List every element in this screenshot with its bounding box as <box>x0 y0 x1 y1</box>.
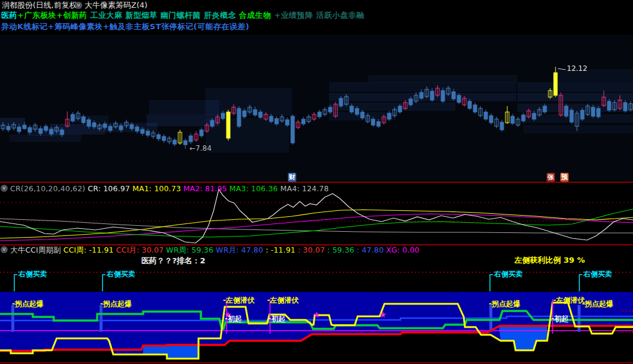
candle <box>291 114 294 145</box>
chip-block <box>10 135 81 142</box>
ambush-label: -左侧潜伏 <box>553 297 585 305</box>
chip-block <box>206 88 292 116</box>
trading-app-window: ★★★ 润都股份(日线,前复权) v 大牛像素筹码Z(4) 医药+广东板块+创新… <box>0 0 633 364</box>
right-trade-marker <box>490 275 493 291</box>
chip-block <box>523 114 633 123</box>
right-trade-label: 右侧买卖 <box>18 270 47 279</box>
event-badge-limit-up[interactable]: 张 <box>547 173 555 182</box>
pivot-label: -拐点起爆 <box>12 300 44 309</box>
right-trade-marker <box>14 275 17 291</box>
chip-block <box>368 75 517 83</box>
ambush-label: -左侧潜伏 <box>267 297 299 305</box>
cci-header-segment: XG: 0.00 <box>386 245 420 254</box>
cr-header-segment: MA2: 81.95 <box>184 184 227 193</box>
low-price-label: ←7.84 <box>190 145 212 153</box>
concept-tag: 合成生物 <box>236 11 271 20</box>
chip-block <box>517 104 633 112</box>
pivot-label: -拐点起爆 <box>582 300 613 309</box>
cr-header-segment: MA1: 100.73 <box>132 184 181 193</box>
pivot-signal-bar <box>11 305 14 332</box>
cr-header-segment: MA4: 124.78 <box>280 184 328 193</box>
candle <box>237 106 241 128</box>
pivot-signal-bar <box>578 305 581 332</box>
event-badge-finance[interactable]: 财 <box>288 173 296 182</box>
right-trade-label: 右侧买卖 <box>494 270 523 279</box>
concept-tag: 工业大麻 新型烟草 幽门螺杆菌 肝炎概念 <box>87 11 236 20</box>
cci-header-segment: : 59.36 <box>327 245 354 254</box>
collapse-cr-icon[interactable]: v <box>1 185 8 192</box>
right-trade-marker <box>579 275 582 291</box>
concept-tag: +业绩预降 活跃小盘非融 <box>271 11 364 20</box>
stock-title: 润都股份(日线,前复权) <box>2 1 80 10</box>
right-trade-marker <box>103 275 106 291</box>
concept-tags-line2: 异动K线标记+筹码峰像素块+触及非主板ST张停标记(可能存在误差) <box>1 23 249 32</box>
cr-ma1-line <box>0 210 633 238</box>
indicator-title: 大牛像素筹码Z(4) <box>85 1 147 10</box>
candle <box>564 104 568 118</box>
collapse-main-icon[interactable]: v <box>75 2 82 9</box>
pivot-signal-bar <box>100 305 103 332</box>
cci-header-segment: CCI周: -11.91 <box>63 245 114 254</box>
cci-header-segment: 大牛CCI周期副 <box>10 245 61 254</box>
cci-header-segment: WR月: 47.80 <box>216 245 263 254</box>
right-trade-label: 右侧买卖 <box>584 270 612 279</box>
cci-indicator-header: 大牛CCI周期副CCI周: -11.91CCI月: 30.07WR周: 59.3… <box>10 246 422 254</box>
chart-graphics: ★★★ <box>0 0 633 364</box>
event-badge-forecast[interactable]: 预 <box>560 173 569 182</box>
cci-bright-blue-fill <box>499 326 547 350</box>
cci-header-segment: : 47.80 <box>356 245 383 254</box>
pivot-label: -拐点起爆 <box>100 300 132 309</box>
cr-indicator-header: CR(26,10,20,40,62)CR: 106.97MA1: 100.73M… <box>10 185 331 193</box>
collapse-cci-icon[interactable]: v <box>1 246 8 253</box>
early-start-label: -初起 <box>268 315 286 323</box>
candle <box>226 110 230 141</box>
cci-header-segment: WR周: 59.36 <box>166 245 214 254</box>
chip-block <box>517 82 633 92</box>
ambush-label: -左侧潜伏 <box>223 297 255 305</box>
concept-tags-line1: 医药+广东板块+创新药 工业大麻 新型烟草 幽门螺杆菌 肝炎概念 合成生物 +业… <box>1 11 364 20</box>
left-profit-ratio-label: 左侧获利比例 39 % <box>514 256 585 265</box>
concept-tag: 医药 <box>1 11 17 20</box>
cr-header-segment: CR(26,10,20,40,62) <box>10 184 85 193</box>
pivot-label: -拐点起爆 <box>489 300 520 309</box>
chip-block <box>329 82 516 92</box>
sector-rank-label: 医药？？?排名：2 <box>141 257 206 266</box>
cci-bright-blue-fill <box>143 345 198 359</box>
chip-block <box>517 93 633 101</box>
cr-ma2-line <box>0 214 633 241</box>
star-signal-icon: ★ <box>379 310 387 319</box>
right-trade-label: 右侧买卖 <box>107 270 135 279</box>
early-start-label: -初起 <box>225 315 242 323</box>
cr-header-segment: MA3: 106.36 <box>229 184 278 193</box>
candle <box>570 108 573 124</box>
high-price-label: 12.12 <box>567 65 587 73</box>
cci-header-segment: CCI月: 30.07 <box>116 245 164 254</box>
cci-header-segment: : -11.91 <box>266 245 296 254</box>
cr-header-segment: CR: 106.97 <box>88 184 130 193</box>
star-signal-icon: ★ <box>313 310 321 319</box>
cci-header-segment: : 30.07 <box>298 245 325 254</box>
early-start-label: -初起 <box>551 315 569 323</box>
concept-tag: +广东板块+创新药 <box>17 11 87 20</box>
